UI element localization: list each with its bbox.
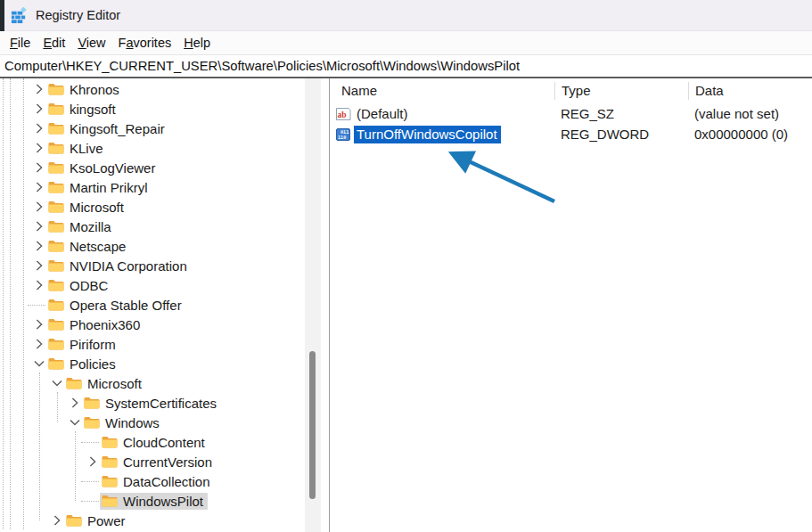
- values-list: ab(Default)REG_SZ(value not set)011110Tu…: [330, 103, 812, 144]
- chevron-right-icon[interactable]: [32, 239, 46, 253]
- tree-indent: [0, 403, 68, 404]
- value-name-cell[interactable]: ab(Default): [330, 105, 554, 123]
- tree-item-label: Martin Prikryl: [70, 180, 148, 195]
- tree-indent: [0, 128, 32, 129]
- tree-item-windows[interactable]: Windows: [0, 413, 329, 432]
- chevron-right-icon[interactable]: [32, 141, 46, 155]
- registry-editor-icon: [11, 7, 28, 24]
- tree-item-microsoft[interactable]: Microsoft: [0, 197, 329, 217]
- folder-icon: [48, 83, 64, 95]
- tree-item-windowspilot[interactable]: WindowsPilot: [0, 491, 329, 511]
- window-title: Registry Editor: [36, 8, 120, 22]
- tree-item-nvidia-corporation[interactable]: NVIDIA Corporation: [0, 256, 329, 275]
- tree-item-label: DataCollection: [123, 474, 210, 489]
- tree-indent: [0, 109, 32, 110]
- scrollbar-thumb[interactable]: [309, 351, 316, 499]
- folder-icon: [48, 357, 64, 370]
- folder-icon: [102, 455, 118, 468]
- tree-item-phoenix360[interactable]: Phoenix360: [0, 315, 329, 334]
- value-row-turnoffwindowscopilot[interactable]: 011110TurnOffWindowsCopilotREG_DWORD0x00…: [330, 124, 812, 144]
- column-header-data[interactable]: Data: [688, 82, 812, 100]
- chevron-right-icon[interactable]: [50, 513, 64, 528]
- tree-item-kingsoft[interactable]: kingsoft: [0, 99, 329, 119]
- tree-item-mozilla[interactable]: Mozilla: [0, 217, 329, 236]
- tree-item-microsoft[interactable]: Microsoft: [0, 373, 329, 393]
- folder-icon: [48, 240, 64, 252]
- background-window-edge: [0, 0, 4, 31]
- menu-edit[interactable]: Edit: [37, 36, 71, 50]
- folder-icon: [48, 259, 64, 272]
- chevron-right-icon[interactable]: [32, 180, 46, 194]
- tree-item-ksologviewer[interactable]: KsoLogViewer: [0, 158, 329, 177]
- tree-item-klive[interactable]: KLive: [0, 138, 329, 158]
- column-header-type[interactable]: Type: [554, 82, 688, 100]
- tree-item-piriform[interactable]: Piriform: [0, 334, 329, 354]
- chevron-right-icon[interactable]: [32, 337, 46, 351]
- tree-item-netscape[interactable]: Netscape: [0, 236, 329, 256]
- value-name-cell[interactable]: 011110TurnOffWindowsCopilot: [330, 126, 554, 143]
- chevron-right-icon[interactable]: [86, 454, 100, 469]
- folder-icon: [48, 318, 64, 331]
- value-row-default[interactable]: ab(Default)REG_SZ(value not set): [330, 103, 812, 124]
- tree-item-label: Phoenix360: [70, 317, 140, 332]
- chevron-right-icon[interactable]: [32, 200, 46, 214]
- titlebar: Registry Editor: [0, 0, 812, 31]
- tree-item-label: WindowsPilot: [123, 494, 203, 509]
- chevron-down-icon[interactable]: [32, 356, 46, 371]
- chevron-right-icon[interactable]: [32, 278, 46, 292]
- chevron-down-icon[interactable]: [50, 376, 64, 390]
- tree-item-odbc[interactable]: ODBC: [0, 275, 329, 295]
- tree-item-cloudcontent[interactable]: CloudContent: [0, 432, 329, 452]
- tree-item-label: Policies: [70, 356, 116, 372]
- tree-item-martin-prikryl[interactable]: Martin Prikryl: [0, 177, 329, 197]
- value-name-label: (Default): [354, 105, 412, 123]
- tree-item-label: kingsoft: [70, 102, 116, 117]
- folder-icon: [48, 201, 64, 213]
- tree-item-datacollection[interactable]: DataCollection: [0, 471, 329, 491]
- chevron-right-icon[interactable]: [32, 102, 46, 116]
- tree-item-opera-stable-offer[interactable]: Opera Stable Offer: [0, 295, 329, 315]
- folder-icon: [48, 161, 64, 174]
- tree-scrollbar[interactable]: [305, 78, 321, 532]
- tree-item-label: KLive: [70, 141, 103, 156]
- tree-indent: [0, 168, 32, 168]
- chevron-right-icon[interactable]: [32, 121, 46, 135]
- chevron-right-icon[interactable]: [32, 160, 46, 175]
- value-type-cell: REG_SZ: [554, 106, 688, 121]
- tree-item-label: Windows: [105, 415, 160, 430]
- value-data-cell: (value not set): [688, 106, 812, 121]
- folder-icon: [48, 142, 64, 154]
- menu-favorites[interactable]: Favorites: [112, 36, 178, 50]
- menu-view[interactable]: View: [71, 36, 111, 50]
- svg-text:ab: ab: [338, 110, 347, 119]
- tree-indent: [0, 148, 32, 149]
- tree-item-khronos[interactable]: Khronos: [0, 79, 329, 99]
- chevron-right-icon[interactable]: [68, 396, 82, 410]
- tree-indent: [0, 520, 50, 521]
- chevron-right-icon[interactable]: [32, 219, 46, 233]
- menu-help[interactable]: Help: [177, 36, 217, 50]
- chevron-right-icon[interactable]: [32, 258, 46, 273]
- tree-item-systemcertificates[interactable]: SystemCertificates: [0, 393, 329, 413]
- tree-item-power[interactable]: Power: [0, 511, 329, 530]
- tree-item-kingsoft-repair[interactable]: Kingsoft_Repair: [0, 119, 329, 138]
- address-bar[interactable]: Computer\HKEY_CURRENT_USER\Software\Poli…: [0, 55, 812, 77]
- tree-item-label: CurrentVersion: [123, 454, 212, 470]
- chevron-right-icon[interactable]: [32, 82, 46, 96]
- leaf-connector: [86, 474, 100, 488]
- tree-item-currentversion[interactable]: CurrentVersion: [0, 452, 329, 471]
- chevron-right-icon[interactable]: [32, 317, 46, 331]
- tree-indent: [0, 383, 50, 384]
- menubar: FileEditViewFavoritesHelp: [0, 31, 812, 55]
- column-header-name[interactable]: Name: [330, 82, 554, 100]
- registry-tree: KhronoskingsoftKingsoft_RepairKLiveKsoLo…: [0, 79, 329, 530]
- tree-item-policies[interactable]: Policies: [0, 354, 329, 373]
- tree-indent: [0, 226, 32, 227]
- tree-item-label: Mozilla: [70, 219, 111, 234]
- chevron-down-icon[interactable]: [68, 415, 82, 430]
- tree-indent: [0, 246, 32, 247]
- folder-icon: [48, 299, 64, 311]
- tree-item-label: ODBC: [70, 278, 108, 293]
- menu-file[interactable]: File: [4, 36, 37, 50]
- folder-icon: [102, 475, 118, 487]
